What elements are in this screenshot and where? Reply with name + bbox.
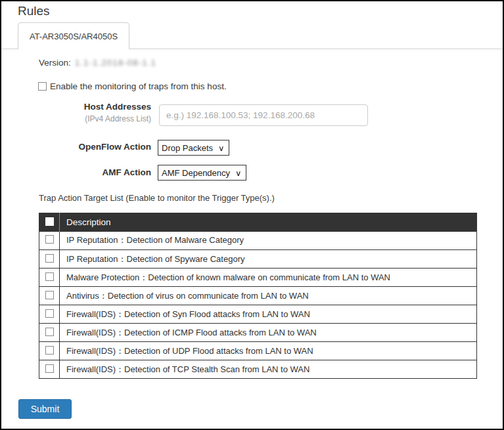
table-row: Firewall(IDS)：Detection of UDP Flood att… bbox=[39, 342, 477, 360]
row-checkbox-cell bbox=[39, 287, 60, 305]
openflow-action-select[interactable]: Drop Packets ∨ bbox=[158, 140, 229, 156]
enable-monitoring-row: Enable the monitoring of traps from this… bbox=[38, 81, 227, 91]
version-label: Version: bbox=[39, 58, 71, 68]
row-description: IP Reputation：Detection of Malware Categ… bbox=[60, 232, 477, 250]
row-checkbox[interactable] bbox=[45, 235, 54, 244]
host-addresses-input[interactable] bbox=[159, 104, 368, 126]
table-row: IP Reputation：Detection of Malware Categ… bbox=[39, 232, 477, 250]
row-checkbox[interactable] bbox=[45, 291, 54, 299]
row-description: Firewall(IDS)：Detection of Syn Flood att… bbox=[60, 305, 477, 324]
enable-monitoring-checkbox[interactable] bbox=[38, 82, 47, 91]
tab-label: AT-AR3050S/AR4050S bbox=[30, 32, 118, 41]
table-row: Firewall(IDS)：Detection of Syn Flood att… bbox=[39, 305, 477, 324]
table-row: Firewall(IDS)：Detection of ICMP Flood at… bbox=[39, 324, 477, 342]
row-checkbox[interactable] bbox=[45, 254, 54, 263]
table-row: Antivirus：Detection of virus on communic… bbox=[39, 287, 477, 305]
host-addresses-label: Host Addresses bbox=[39, 102, 151, 112]
row-checkbox-cell bbox=[39, 269, 60, 287]
table-row: IP Reputation：Detection of Spyware Categ… bbox=[39, 250, 477, 269]
version-row: Version: 1.1-1.2018-08-1.1 bbox=[39, 58, 156, 68]
row-checkbox[interactable] bbox=[45, 346, 54, 355]
rules-page: Rules AT-AR3050S/AR4050S Version: 1.1-1.… bbox=[0, 0, 504, 430]
row-checkbox-cell bbox=[39, 342, 60, 360]
table-row: Firewall(IDS)：Detection of TCP Stealth S… bbox=[39, 360, 477, 379]
row-checkbox-cell bbox=[39, 232, 60, 250]
row-checkbox[interactable] bbox=[45, 309, 54, 318]
row-description: Malware Protection：Detection of known ma… bbox=[60, 269, 477, 287]
chevron-down-icon: ∨ bbox=[235, 168, 242, 177]
submit-button[interactable]: Submit bbox=[18, 399, 72, 419]
host-addresses-sublabel: (IPv4 Address List) bbox=[39, 114, 151, 123]
openflow-action-label: OpenFlow Action bbox=[39, 142, 151, 152]
row-description: Firewall(IDS)：Detection of TCP Stealth S… bbox=[60, 360, 477, 379]
amf-action-select[interactable]: AMF Dependency ∨ bbox=[158, 165, 246, 181]
chevron-down-icon: ∨ bbox=[218, 143, 225, 152]
trap-list-caption: Trap Action Target List (Enable to monit… bbox=[39, 193, 275, 203]
trap-target-table: Description IP Reputation：Detection of M… bbox=[39, 213, 477, 379]
row-checkbox-cell bbox=[39, 250, 60, 269]
amf-action-label: AMF Action bbox=[39, 167, 151, 177]
row-checkbox[interactable] bbox=[45, 328, 54, 336]
header-checkbox-cell bbox=[39, 213, 60, 232]
row-description: Firewall(IDS)：Detection of ICMP Flood at… bbox=[60, 324, 477, 342]
table-row: Malware Protection：Detection of known ma… bbox=[39, 269, 477, 287]
row-description: Antivirus：Detection of virus on communic… bbox=[60, 287, 477, 305]
header-description: Description bbox=[60, 213, 477, 232]
amf-action-value: AMF Dependency bbox=[162, 168, 230, 178]
row-description: IP Reputation：Detection of Spyware Categ… bbox=[60, 250, 477, 269]
row-checkbox[interactable] bbox=[45, 364, 54, 373]
row-description: Firewall(IDS)：Detection of UDP Flood att… bbox=[60, 342, 477, 360]
select-all-checkbox[interactable] bbox=[45, 217, 54, 226]
openflow-action-value: Drop Packets bbox=[162, 143, 213, 153]
row-checkbox-cell bbox=[39, 305, 60, 324]
row-checkbox-cell bbox=[39, 324, 60, 342]
page-title: Rules bbox=[18, 4, 50, 18]
tab-at-ar3050s-ar4050s[interactable]: AT-AR3050S/AR4050S bbox=[18, 22, 129, 49]
table-header-row: Description bbox=[39, 213, 477, 232]
row-checkbox-cell bbox=[39, 360, 60, 379]
row-checkbox[interactable] bbox=[45, 272, 54, 281]
enable-monitoring-label: Enable the monitoring of traps from this… bbox=[50, 81, 227, 91]
version-value-redacted: 1.1-1.2018-08-1.1 bbox=[75, 58, 156, 68]
